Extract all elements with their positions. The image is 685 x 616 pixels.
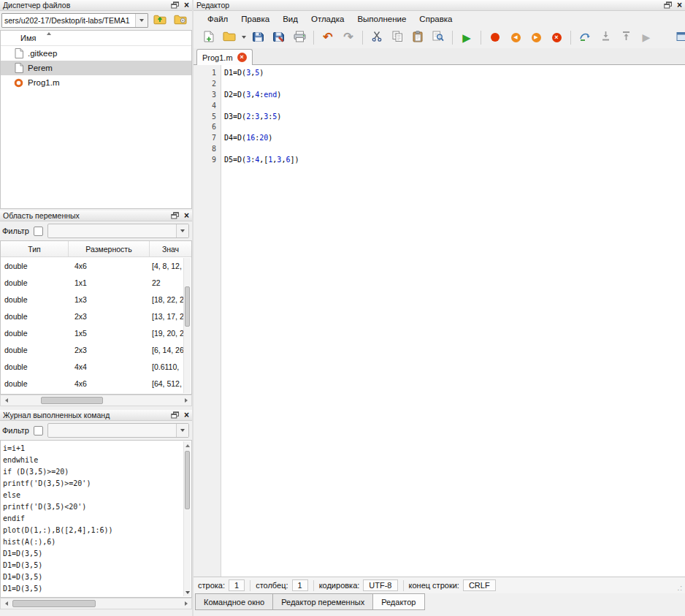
line-number[interactable]: 5: [194, 112, 221, 123]
remove-breakpoints-button[interactable]: ×: [547, 28, 566, 47]
scrollbar-thumb[interactable]: [12, 600, 96, 607]
line-number[interactable]: 7: [194, 133, 221, 144]
workspace-titlebar[interactable]: Область переменных ×: [0, 210, 192, 221]
close-icon[interactable]: ×: [184, 411, 189, 419]
undock-icon[interactable]: [171, 1, 179, 9]
history-command[interactable]: printf('D(3,5)>=20'): [1, 478, 191, 490]
scrollbar-thumb[interactable]: [185, 286, 190, 327]
history-command[interactable]: endif: [1, 513, 191, 525]
column-dimension[interactable]: Размерность: [69, 241, 150, 256]
history-command[interactable]: endwhile: [1, 455, 191, 466]
partial-toolbar-button[interactable]: [673, 28, 685, 47]
path-dropdown-arrow[interactable]: [135, 14, 148, 27]
one-directory-up-button[interactable]: [150, 12, 169, 29]
history-command[interactable]: D1=D(3,5): [1, 571, 191, 583]
menu-debug[interactable]: Отладка: [305, 13, 351, 25]
code-line[interactable]: [224, 79, 685, 90]
bottom-tab-editor[interactable]: Редактор: [372, 593, 424, 610]
close-icon[interactable]: ×: [184, 211, 189, 220]
bottom-tab-command-window[interactable]: Командное окно: [195, 593, 273, 610]
scroll-down-arrow[interactable]: [184, 588, 191, 596]
resize-grip[interactable]: .:: [677, 584, 683, 592]
tab-prog1[interactable]: Prog1.m ×: [196, 49, 253, 65]
encoding-value[interactable]: UTF-8: [363, 579, 397, 591]
scroll-left-arrow[interactable]: [1, 395, 12, 406]
history-command[interactable]: i=i+1: [1, 443, 191, 455]
editor-titlebar[interactable]: Редактор ×: [194, 0, 685, 11]
scroll-up-arrow[interactable]: [184, 441, 191, 449]
history-command[interactable]: plot(D(1,:),B([2,4],1:6)): [1, 525, 191, 536]
filter-checkbox[interactable]: [34, 426, 43, 436]
file-browser-titlebar[interactable]: Диспетчер файлов ×: [0, 0, 192, 11]
history-command[interactable]: D1=D(3,5): [1, 583, 191, 595]
bottom-tab-variable-editor[interactable]: Редактор переменных: [272, 593, 373, 610]
variable-row[interactable]: double1x122: [1, 274, 191, 291]
copy-button[interactable]: [388, 28, 407, 47]
scroll-left-arrow[interactable]: [1, 598, 12, 609]
code-line[interactable]: [224, 101, 685, 112]
variable-row[interactable]: double1x3[18, 22, 2: [1, 291, 191, 308]
line-number[interactable]: 3: [194, 90, 221, 101]
line-number[interactable]: 4: [194, 101, 221, 112]
line-number[interactable]: 2: [194, 79, 221, 90]
toggle-breakpoint-button[interactable]: [486, 28, 505, 47]
eol-value[interactable]: CRLF: [463, 579, 496, 591]
step-in-button[interactable]: [596, 28, 615, 47]
file-row[interactable]: .gitkeep: [1, 46, 191, 61]
filter-checkbox[interactable]: [34, 227, 43, 236]
save-as-button[interactable]: [269, 28, 288, 47]
undo-button[interactable]: ↶: [318, 28, 337, 47]
paste-button[interactable]: [408, 28, 427, 47]
code-lines[interactable]: D1=D(3,5)D2=D(3,4:end)D3=D(2:3,3:5)D4=D(…: [221, 65, 685, 577]
line-number-gutter[interactable]: 123456789: [194, 65, 221, 577]
line-number[interactable]: 6: [194, 122, 221, 133]
filter-dropdown-arrow[interactable]: [176, 424, 188, 437]
print-button[interactable]: [290, 28, 309, 47]
variable-row[interactable]: double4x4[0.6110,: [1, 358, 191, 375]
history-command[interactable]: D1=D(3,5): [1, 560, 191, 571]
close-icon[interactable]: ×: [677, 1, 682, 9]
line-number[interactable]: 8: [194, 144, 221, 155]
new-script-button[interactable]: [199, 28, 218, 47]
history-command[interactable]: else: [1, 490, 191, 501]
history-vertical-scrollbar[interactable]: [183, 441, 191, 596]
variable-row[interactable]: double2x3[6, 14, 26: [1, 341, 191, 358]
continue-button[interactable]: ▶: [637, 28, 656, 47]
find-button[interactable]: [429, 28, 448, 47]
code-line[interactable]: D1=D(3,5): [224, 68, 685, 79]
step-button[interactable]: [575, 28, 594, 47]
line-number[interactable]: 9: [194, 155, 221, 166]
filter-combobox[interactable]: [47, 423, 189, 438]
history-command[interactable]: hist(A(:),6): [1, 536, 191, 548]
column-value[interactable]: Знач: [150, 241, 191, 256]
menu-view[interactable]: Вид: [276, 13, 305, 25]
history-command[interactable]: if (D(3,5)>=20): [1, 466, 191, 478]
step-out-button[interactable]: [616, 28, 635, 47]
browser-actions-button[interactable]: [171, 12, 189, 29]
filter-combobox[interactable]: [47, 224, 189, 238]
undock-icon[interactable]: [171, 411, 179, 419]
menu-file[interactable]: Файл: [201, 13, 234, 25]
save-button[interactable]: [249, 28, 268, 47]
variable-row[interactable]: double2x3[13, 17, 2: [1, 308, 191, 324]
cut-button[interactable]: [367, 28, 386, 47]
close-icon[interactable]: ×: [184, 1, 189, 9]
menu-edit[interactable]: Правка: [234, 13, 276, 25]
undock-icon[interactable]: [171, 212, 179, 219]
file-row[interactable]: Perem: [1, 61, 191, 75]
variable-row[interactable]: double4x6[4, 8, 12,: [1, 257, 191, 274]
menu-run[interactable]: Выполнение: [351, 13, 413, 25]
code-line[interactable]: D5=D(3:4,[1,3,6]): [224, 155, 685, 166]
workspace-vertical-scrollbar[interactable]: [183, 258, 191, 393]
code-line[interactable]: [224, 144, 685, 155]
next-breakpoint-button[interactable]: ▶: [527, 28, 546, 47]
previous-breakpoint-button[interactable]: ◀: [506, 28, 525, 47]
filter-dropdown-arrow[interactable]: [176, 224, 188, 237]
undock-icon[interactable]: [664, 1, 672, 9]
scroll-right-arrow[interactable]: [180, 598, 191, 609]
path-combobox[interactable]: sers/u202-17/Desktop/it-labs/TEMA1: [1, 13, 148, 28]
workspace-horizontal-scrollbar[interactable]: [0, 395, 192, 406]
file-column-header[interactable]: Имя: [1, 31, 191, 46]
scroll-right-arrow[interactable]: [180, 395, 191, 406]
menu-help[interactable]: Справка: [413, 13, 459, 25]
